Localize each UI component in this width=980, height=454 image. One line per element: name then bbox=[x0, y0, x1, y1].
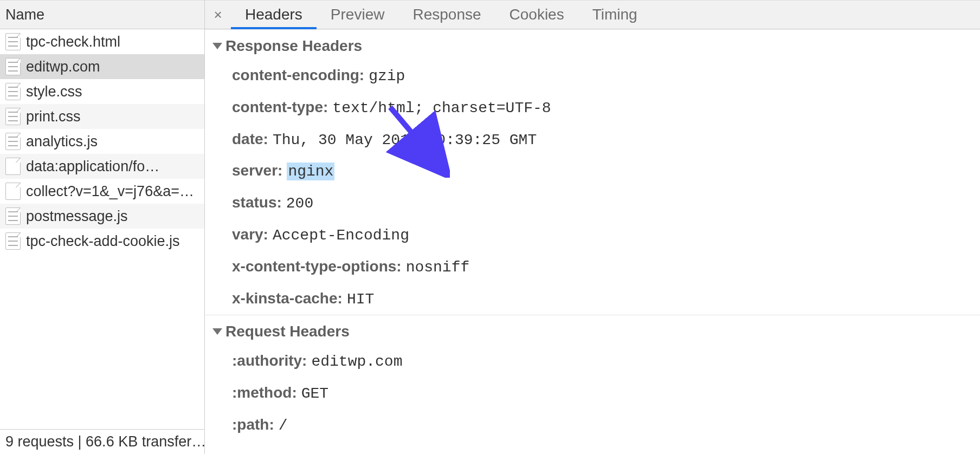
network-summary: 9 requests | 66.6 KB transfer… bbox=[0, 429, 204, 454]
request-row[interactable]: editwp.com bbox=[0, 54, 204, 79]
network-summary-text: 9 requests | 66.6 KB transfer… bbox=[5, 433, 204, 450]
name-column-header[interactable]: Name bbox=[0, 0, 204, 29]
file-icon bbox=[5, 158, 21, 175]
header-value: / bbox=[279, 417, 288, 434]
request-row[interactable]: analytics.js bbox=[0, 129, 204, 154]
tab-response[interactable]: Response bbox=[398, 1, 495, 29]
request-row-label: tpc-check.html bbox=[26, 34, 120, 50]
request-row-label: postmessage.js bbox=[26, 208, 128, 225]
header-line: vary:Accept-Encoding bbox=[205, 219, 980, 251]
header-line: date:Thu, 30 May 2019 20:39:25 GMT bbox=[205, 124, 980, 156]
header-name: x-content-type-options: bbox=[232, 258, 402, 275]
file-icon bbox=[5, 133, 21, 150]
header-line: content-encoding:gzip bbox=[205, 60, 980, 92]
request-row-label: collect?v=1&_v=j76&a=… bbox=[26, 183, 194, 200]
header-value: GET bbox=[301, 385, 328, 402]
header-line: :method:GET bbox=[205, 378, 980, 410]
request-row[interactable]: postmessage.js bbox=[0, 204, 204, 229]
header-value: Accept-Encoding bbox=[273, 227, 409, 244]
file-icon bbox=[5, 183, 21, 200]
tab-preview[interactable]: Preview bbox=[317, 1, 399, 29]
request-list: tpc-check.htmleditwp.comstyle.cssprint.c… bbox=[0, 29, 204, 429]
request-row[interactable]: tpc-check.html bbox=[0, 29, 204, 54]
request-row-label: data:application/fo… bbox=[26, 158, 159, 175]
request-row[interactable]: data:application/fo… bbox=[0, 154, 204, 179]
tab-headers[interactable]: Headers bbox=[231, 1, 317, 29]
header-name: server: bbox=[232, 162, 282, 179]
file-icon bbox=[5, 83, 21, 100]
detail-tab-bar: × HeadersPreviewResponseCookiesTiming bbox=[205, 0, 980, 29]
chevron-down-icon bbox=[212, 43, 222, 49]
file-icon bbox=[5, 232, 21, 250]
headers-content: Response Headers content-encoding:gzipco… bbox=[205, 29, 980, 454]
header-line: status:200 bbox=[205, 187, 980, 219]
request-row-label: style.css bbox=[26, 83, 82, 100]
header-name: content-encoding: bbox=[232, 67, 364, 83]
chevron-down-icon bbox=[212, 328, 222, 335]
header-value: Thu, 30 May 2019 20:39:25 GMT bbox=[273, 132, 537, 148]
response-headers-title: Response Headers bbox=[225, 37, 362, 55]
header-value: 200 bbox=[286, 195, 313, 212]
header-value: HIT bbox=[347, 291, 374, 308]
request-headers-section-header[interactable]: Request Headers bbox=[205, 315, 980, 346]
header-line: :path:/ bbox=[205, 410, 980, 442]
request-row-label: analytics.js bbox=[26, 133, 98, 150]
request-row-label: editwp.com bbox=[26, 59, 100, 75]
request-row[interactable]: print.css bbox=[0, 104, 204, 129]
header-value: nginx bbox=[287, 163, 334, 180]
tab-label: Timing bbox=[592, 6, 637, 23]
name-column-header-label: Name bbox=[5, 7, 44, 23]
file-icon bbox=[5, 33, 21, 50]
file-icon bbox=[5, 108, 21, 125]
highlighted-value: nginx bbox=[287, 163, 334, 180]
header-name: content-type: bbox=[232, 99, 328, 115]
header-name: :path: bbox=[232, 416, 274, 433]
request-row-label: print.css bbox=[26, 108, 81, 125]
request-details-panel: × HeadersPreviewResponseCookiesTiming Re… bbox=[205, 0, 980, 454]
file-icon bbox=[5, 207, 21, 225]
header-value: text/html; charset=UTF-8 bbox=[332, 100, 551, 116]
request-row[interactable]: collect?v=1&_v=j76&a=… bbox=[0, 179, 204, 204]
close-details-button[interactable]: × bbox=[205, 1, 231, 29]
tab-label: Response bbox=[412, 6, 481, 23]
header-name: :method: bbox=[232, 384, 297, 401]
close-icon: × bbox=[214, 7, 222, 23]
file-icon bbox=[5, 58, 21, 75]
header-name: status: bbox=[232, 194, 282, 211]
header-value: nosniff bbox=[406, 259, 470, 276]
header-name: date: bbox=[232, 131, 268, 147]
header-line: :authority:editwp.com bbox=[205, 346, 980, 378]
header-name: :authority: bbox=[232, 352, 307, 369]
request-row[interactable]: tpc-check-add-cookie.js bbox=[0, 229, 204, 254]
header-line: content-type:text/html; charset=UTF-8 bbox=[205, 92, 980, 124]
response-headers-section-header[interactable]: Response Headers bbox=[205, 30, 980, 60]
request-row-label: tpc-check-add-cookie.js bbox=[26, 233, 180, 250]
header-line: x-kinsta-cache:HIT bbox=[205, 283, 980, 315]
header-name: vary: bbox=[232, 226, 268, 243]
network-name-column: Name tpc-check.htmleditwp.comstyle.csspr… bbox=[0, 0, 205, 454]
tab-label: Headers bbox=[245, 6, 302, 23]
header-line: x-content-type-options:nosniff bbox=[205, 251, 980, 283]
request-row[interactable]: style.css bbox=[0, 79, 204, 104]
tab-label: Preview bbox=[331, 6, 385, 23]
tab-cookies[interactable]: Cookies bbox=[495, 1, 578, 29]
tab-label: Cookies bbox=[510, 6, 564, 23]
header-value: editwp.com bbox=[311, 353, 402, 370]
header-line: server:nginx bbox=[205, 155, 980, 187]
request-headers-title: Request Headers bbox=[225, 323, 350, 340]
header-value: gzip bbox=[369, 68, 405, 85]
header-name: x-kinsta-cache: bbox=[232, 290, 343, 307]
tab-timing[interactable]: Timing bbox=[578, 1, 652, 29]
